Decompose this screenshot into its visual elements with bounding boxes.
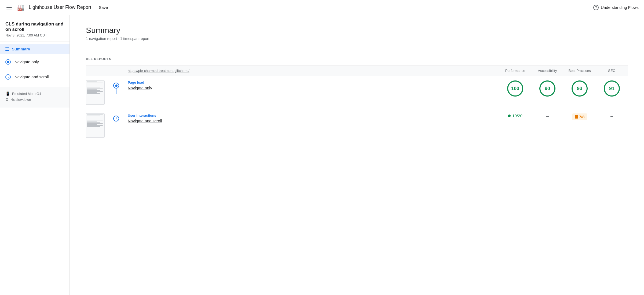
row1-nav-cell: [109, 76, 123, 109]
nav-clock-2: [5, 74, 11, 80]
sidebar-divider: [0, 42, 69, 42]
thumb-line: [87, 120, 103, 120]
thumb-line: [87, 93, 100, 94]
header-right: ? Understanding Flows: [593, 5, 639, 10]
thumb-line: [87, 87, 100, 87]
thumb-line: [87, 91, 103, 92]
header-left: 🏭 Lighthouse User Flow Report Save: [5, 3, 593, 11]
row1-best-practices: 93: [564, 76, 596, 109]
row2-performance-score: 19/20: [503, 113, 527, 118]
header-url: https://pie-charmed-treatment.glitch.me/: [123, 65, 499, 76]
row1-name[interactable]: Navigate only: [128, 86, 495, 90]
header-title: Lighthouse User Flow Report: [29, 5, 91, 10]
header-best-practices: Best Practices: [564, 65, 596, 76]
list-icon: [5, 47, 9, 51]
row2-performance-value: 19/20: [512, 113, 522, 118]
url-text: https://pie-charmed-treatment.glitch.me/: [128, 69, 189, 73]
thumb-line: [87, 82, 97, 82]
main-container: CLS during navigation and on scroll Nov …: [0, 15, 644, 295]
score-100-value: 100: [511, 86, 519, 91]
thumbnail-2: [86, 113, 105, 138]
row1-performance: 100: [499, 76, 531, 109]
thumb-line: [87, 89, 97, 90]
nav-circle-1: [5, 59, 11, 65]
score-circle-90: 90: [539, 80, 555, 97]
thumb-line: [87, 86, 97, 86]
meta-cpu: ⚙ 4x slowdown: [5, 97, 64, 102]
thumb-line: [87, 118, 97, 118]
thumb-line: [87, 125, 103, 126]
table-header-row: https://pie-charmed-treatment.glitch.me/…: [86, 65, 628, 76]
row2-best-practices-value: 7/8: [579, 115, 585, 119]
reports-table: https://pie-charmed-treatment.glitch.me/…: [86, 65, 628, 142]
row1-accessibility: 90: [531, 76, 564, 109]
row1-info: Page load Navigate only: [123, 76, 499, 109]
main-content: Summary 1 navigation report · 1 timespan…: [70, 15, 644, 295]
understanding-flows-link[interactable]: Understanding Flows: [601, 5, 639, 10]
cpu-icon: ⚙: [5, 97, 9, 102]
score-circle-100: 100: [507, 80, 523, 97]
row1-nav-timeline: [113, 80, 119, 94]
row2-type: User interactions: [128, 113, 495, 117]
sidebar-item-summary[interactable]: Summary: [0, 44, 69, 54]
row2-performance: 19/20: [499, 109, 531, 142]
nav-label-2: Navigate and scroll: [14, 74, 49, 79]
thumb-line: [87, 85, 103, 85]
header-seo: SEO: [596, 65, 628, 76]
sidebar-nav-items: Navigate only Navigate and scroll: [0, 54, 69, 85]
row2-name[interactable]: Navigate and scroll: [128, 119, 495, 123]
sidebar-item-navigate-only[interactable]: Navigate only: [0, 57, 69, 72]
row2-thumbnail: [86, 109, 109, 142]
sidebar-item-navigate-scroll[interactable]: Navigate and scroll: [0, 72, 69, 82]
summary-subtitle: 1 navigation report · 1 timespan report: [86, 36, 628, 41]
summary-label: Summary: [12, 47, 30, 51]
save-button[interactable]: Save: [96, 3, 111, 11]
thumb-line: [87, 123, 103, 124]
meta-cpu-text: 4x slowdown: [11, 98, 31, 102]
row2-seo: –: [596, 109, 628, 142]
row2-best-practices-badge: 7/8: [572, 113, 587, 120]
nav-label-1: Navigate only: [14, 59, 39, 64]
thumb-line: [87, 126, 100, 127]
help-icon: ?: [593, 5, 599, 10]
thumb-line: [87, 115, 103, 115]
menu-icon[interactable]: [5, 5, 13, 10]
thumb-line: [87, 92, 97, 93]
score-circle-91: 91: [604, 80, 620, 97]
lighthouse-logo-icon: 🏭: [17, 4, 24, 11]
row2-nav-cell: [109, 109, 123, 142]
summary-header: Summary 1 navigation report · 1 timespan…: [70, 15, 644, 49]
thumbnail-1: [86, 80, 105, 105]
row2-accessibility: –: [531, 109, 564, 142]
thumb-line: [87, 117, 103, 117]
device-icon: 📱: [5, 91, 10, 96]
row1-type: Page load: [128, 80, 495, 84]
project-title: CLS during navigation and on scroll: [0, 15, 69, 33]
row1-nav-circle-fill: [115, 84, 118, 87]
sidebar: CLS during navigation and on scroll Nov …: [0, 15, 70, 295]
thumb-line: [87, 83, 103, 83]
header-accessibility: Accessibility: [531, 65, 564, 76]
header: 🏭 Lighthouse User Flow Report Save ? Und…: [0, 0, 644, 15]
row1-nav-circle: [113, 83, 119, 88]
row1-thumbnail: [86, 76, 109, 109]
nav-timeline-2: [5, 74, 11, 80]
nav-circle-fill-1: [7, 61, 9, 63]
row1-seo: 91: [596, 76, 628, 109]
thumb-line: [87, 124, 97, 125]
header-thumbnail: [86, 65, 109, 76]
nav-line-1: [8, 65, 8, 70]
row2-best-practices: 7/8: [564, 109, 596, 142]
score-90-value: 90: [545, 86, 550, 91]
score-circle-93: 93: [572, 80, 588, 97]
nav-timeline-1: [5, 59, 11, 70]
dot-green-icon: [508, 115, 511, 117]
header-performance: Performance: [499, 65, 531, 76]
sidebar-meta: 📱 Emulated Moto G4 ⚙ 4x slowdown: [0, 87, 69, 108]
badge-orange-icon: [575, 115, 578, 119]
thumb-line: [87, 90, 100, 91]
score-91-value: 91: [609, 86, 614, 91]
thumb-line: [87, 121, 97, 121]
thumb-line: [87, 88, 103, 88]
score-93-value: 93: [577, 86, 582, 91]
